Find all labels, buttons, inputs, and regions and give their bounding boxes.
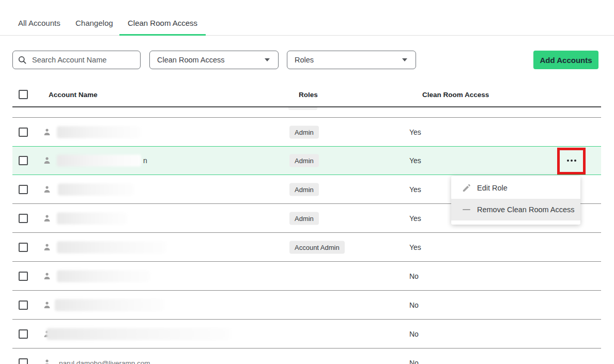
clean-room-access-value: Yes	[409, 128, 421, 136]
redacted-account-name	[57, 212, 127, 224]
clean-room-access-value: No	[409, 272, 419, 280]
clean-room-access-filter[interactable]: Clean Room Access	[149, 51, 279, 69]
row-actions-menu-button[interactable]	[557, 147, 586, 174]
table-row: AdminYes	[12, 118, 601, 147]
menu-item-remove-clean-room-access[interactable]: Remove Clean Room Access	[451, 199, 580, 220]
select-all-checkbox[interactable]	[19, 90, 28, 99]
row-checkbox[interactable]	[19, 128, 28, 137]
row-checkbox[interactable]	[19, 243, 28, 252]
menu-item-label: Edit Role	[477, 184, 508, 192]
search-box	[12, 51, 141, 69]
column-header-clean-room-access: Clean Room Access	[422, 91, 489, 99]
minus-icon	[462, 209, 471, 211]
redacted-account-name	[57, 270, 150, 282]
redacted-account-name	[57, 155, 141, 167]
role-badge: Admin	[289, 212, 319, 225]
tab-changelog[interactable]: Changelog	[75, 19, 113, 27]
roles-filter[interactable]: Roles	[287, 51, 416, 69]
pencil-icon	[462, 184, 471, 193]
redacted-account-name	[55, 299, 164, 311]
clean-room-access-value: No	[409, 330, 419, 338]
tab-all-accounts[interactable]: All Accounts	[18, 19, 60, 27]
person-icon	[43, 301, 51, 309]
row-checkbox[interactable]	[19, 185, 28, 194]
chevron-down-icon	[402, 58, 407, 61]
clean-room-access-value: Yes	[409, 214, 421, 223]
row-checkbox[interactable]	[19, 329, 28, 339]
redacted-account-name	[57, 241, 166, 253]
row-checkbox[interactable]	[19, 272, 28, 281]
person-icon	[43, 185, 51, 194]
clipped-role-badge	[288, 107, 317, 110]
table-row: No	[12, 291, 601, 320]
row-checkbox[interactable]	[19, 214, 28, 223]
account-name-suffix: n	[143, 156, 147, 165]
menu-item-edit-role[interactable]: Edit Role	[451, 177, 580, 199]
table-row: parul.damoho@liveramp.comNo	[12, 349, 601, 364]
clean-room-access-value: Yes	[409, 156, 421, 165]
redacted-account-name	[58, 183, 134, 195]
column-header-account-name: Account Name	[49, 91, 98, 99]
role-badge: Admin	[289, 183, 319, 196]
add-accounts-button[interactable]: Add Accounts	[533, 51, 598, 69]
search-icon	[18, 56, 26, 64]
table-row: nAdminYes	[12, 146, 601, 175]
table-row: No	[12, 320, 601, 349]
clean-room-access-filter-label: Clean Room Access	[157, 56, 225, 64]
column-header-roles: Roles	[299, 91, 318, 99]
person-icon	[43, 214, 51, 223]
person-icon	[43, 272, 51, 280]
table-header: Account Name Roles Clean Room Access	[12, 83, 601, 107]
row-checkbox[interactable]	[19, 300, 28, 310]
role-badge: Admin	[289, 154, 319, 167]
role-badge: Account Admin	[289, 241, 345, 254]
tab-bar: All AccountsChangelogClean Room Access	[0, 0, 614, 36]
person-icon	[43, 243, 51, 251]
tab-clean-room-access[interactable]: Clean Room Access	[128, 19, 197, 27]
clean-room-access-value: No	[409, 359, 419, 364]
redacted-account-name	[57, 126, 141, 138]
redacted-account-name	[47, 328, 231, 340]
role-badge: Admin	[289, 125, 319, 138]
menu-item-label: Remove Clean Room Access	[477, 205, 575, 214]
roles-filter-label: Roles	[295, 56, 314, 64]
row-checkbox[interactable]	[19, 156, 28, 165]
clean-room-access-value: No	[409, 301, 419, 309]
table-row: No	[12, 262, 601, 291]
clean-room-access-value: Yes	[409, 185, 421, 194]
row-checkbox[interactable]	[19, 358, 28, 364]
person-icon	[43, 359, 51, 364]
person-icon	[43, 128, 51, 136]
table-row: Account AdminYes	[12, 233, 601, 262]
clipped-row	[12, 107, 601, 118]
row-actions-menu: Edit RoleRemove Clean Room Access	[451, 176, 580, 225]
person-icon	[43, 156, 51, 165]
clean-room-access-value: Yes	[409, 243, 421, 251]
account-email: parul.damoho@liveramp.com	[59, 359, 150, 364]
search-input[interactable]	[31, 55, 127, 65]
chevron-down-icon	[265, 58, 270, 61]
